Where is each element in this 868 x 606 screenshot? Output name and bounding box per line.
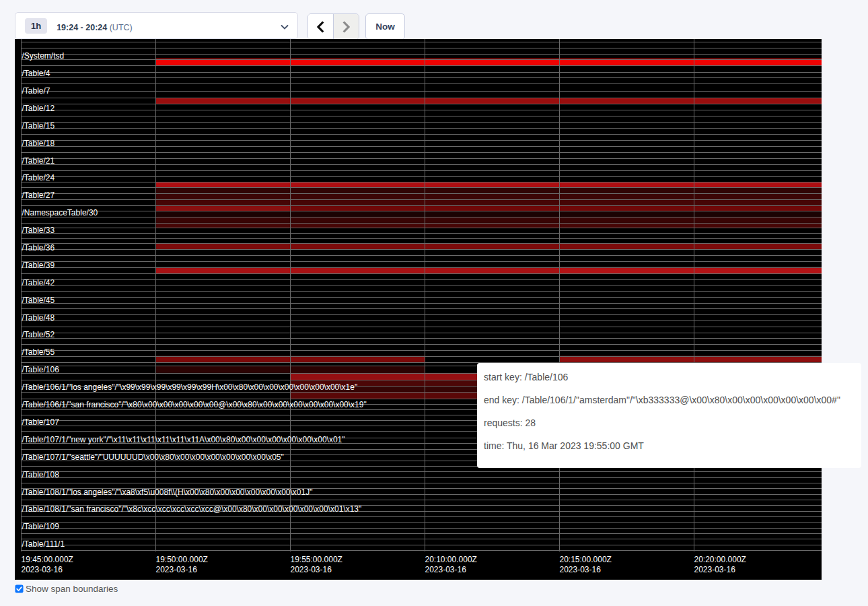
svg-text:19:55:00.000Z: 19:55:00.000Z bbox=[291, 555, 342, 564]
svg-text:2023-03-16: 2023-03-16 bbox=[22, 565, 63, 574]
svg-text:/Table/15: /Table/15 bbox=[22, 121, 55, 131]
svg-text:2023-03-16: 2023-03-16 bbox=[156, 565, 198, 574]
svg-text:2023-03-16: 2023-03-16 bbox=[425, 565, 467, 574]
svg-text:20:10:00.000Z: 20:10:00.000Z bbox=[425, 555, 477, 564]
svg-text:19:50:00.000Z: 19:50:00.000Z bbox=[156, 555, 208, 564]
svg-text:/Table/106/1/"san francisco"/": /Table/106/1/"san francisco"/"\x80\x00\x… bbox=[22, 400, 367, 409]
svg-text:/Table/45: /Table/45 bbox=[22, 296, 55, 305]
svg-text:/Table/39: /Table/39 bbox=[22, 261, 55, 270]
svg-text:/Table/107/1/"new york"/"\x11\: /Table/107/1/"new york"/"\x11\x11\x11\x1… bbox=[22, 435, 345, 444]
svg-text:/System/tsd: /System/tsd bbox=[22, 51, 65, 61]
svg-text:/Table/52: /Table/52 bbox=[22, 330, 55, 339]
svg-text:/Table/4: /Table/4 bbox=[22, 69, 50, 78]
svg-text:/Table/36: /Table/36 bbox=[22, 243, 55, 252]
svg-text:/Table/18: /Table/18 bbox=[22, 139, 55, 148]
svg-text:20:20:00.000Z: 20:20:00.000Z bbox=[694, 555, 746, 564]
svg-text:/Table/106: /Table/106 bbox=[22, 365, 60, 374]
svg-text:/Table/24: /Table/24 bbox=[22, 173, 55, 182]
svg-text:20:15:00.000Z: 20:15:00.000Z bbox=[560, 555, 612, 564]
svg-text:/Table/108/1/"los angeles"/"\x: /Table/108/1/"los angeles"/"\xa8\xf5\u00… bbox=[22, 487, 313, 497]
svg-text:/Table/42: /Table/42 bbox=[22, 278, 55, 288]
svg-text:/Table/27: /Table/27 bbox=[22, 191, 55, 200]
svg-text:/Table/108: /Table/108 bbox=[22, 470, 60, 479]
svg-text:/Table/106/1/"los angeles"/"\x: /Table/106/1/"los angeles"/"\x99\x99\x99… bbox=[22, 382, 358, 392]
svg-text:/Table/109: /Table/109 bbox=[22, 522, 60, 531]
svg-text:/Table/108/1/"san francisco"/": /Table/108/1/"san francisco"/"\x8c\xcc\x… bbox=[22, 504, 362, 514]
svg-text:/Table/107/1/"seattle"/"UUUUUU: /Table/107/1/"seattle"/"UUUUUUD\x00\x80\… bbox=[22, 452, 284, 462]
svg-text:2023-03-16: 2023-03-16 bbox=[291, 565, 332, 574]
svg-text:/Table/111/1: /Table/111/1 bbox=[22, 539, 65, 549]
svg-text:/Table/55: /Table/55 bbox=[22, 347, 55, 357]
svg-text:/Table/21: /Table/21 bbox=[22, 156, 55, 166]
svg-text:/Table/107: /Table/107 bbox=[22, 417, 60, 427]
svg-text:2023-03-16: 2023-03-16 bbox=[560, 565, 602, 574]
svg-text:/Table/7: /Table/7 bbox=[22, 86, 50, 96]
svg-text:/Table/33: /Table/33 bbox=[22, 226, 55, 235]
svg-text:19:45:00.000Z: 19:45:00.000Z bbox=[22, 555, 73, 564]
svg-text:/Table/48: /Table/48 bbox=[22, 313, 55, 323]
svg-text:2023-03-16: 2023-03-16 bbox=[694, 565, 736, 574]
svg-text:/NamespaceTable/30: /NamespaceTable/30 bbox=[22, 208, 98, 217]
svg-text:/Table/12: /Table/12 bbox=[22, 104, 55, 113]
